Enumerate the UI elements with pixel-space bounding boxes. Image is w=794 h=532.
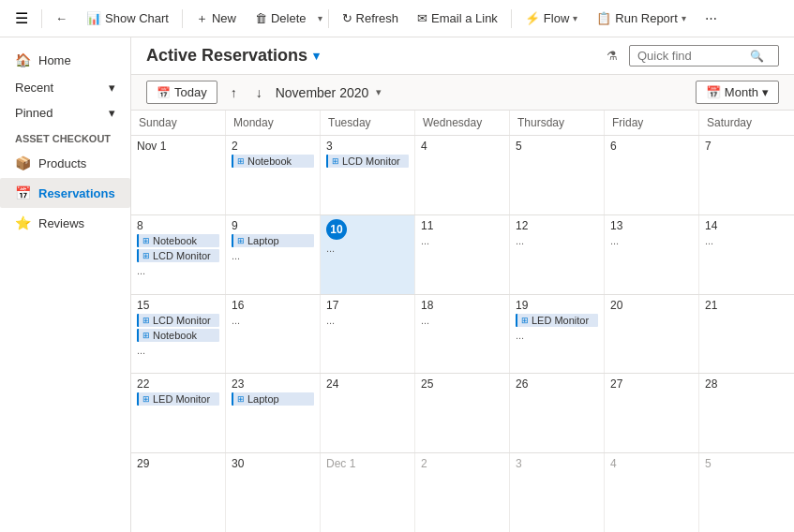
- calendar-event[interactable]: ⊞Laptop: [232, 234, 314, 247]
- flow-button[interactable]: ⚡ Flow ▾: [517, 7, 585, 29]
- filter-icon[interactable]: ⚗: [603, 45, 622, 66]
- day-number: 17: [326, 299, 409, 312]
- delete-button[interactable]: 🗑 Delete: [247, 7, 314, 29]
- calendar-cell[interactable]: 24: [321, 374, 415, 452]
- calendar-cell[interactable]: 4: [415, 136, 510, 214]
- calendar-cell[interactable]: 16...: [226, 295, 321, 374]
- calendar-cell[interactable]: 30: [226, 453, 321, 532]
- calendar-cell[interactable]: 27: [605, 374, 699, 452]
- calendar-cell[interactable]: 22⊞LED Monitor: [131, 374, 226, 452]
- back-button[interactable]: ←: [48, 7, 75, 29]
- day-number: 2: [232, 140, 314, 153]
- more-events[interactable]: ...: [421, 314, 503, 327]
- calendar-cell[interactable]: 9⊞Laptop...: [226, 215, 321, 294]
- calendar-cell[interactable]: 2: [415, 453, 510, 532]
- calendar-cell[interactable]: Dec 1: [321, 453, 415, 532]
- calendar-cell[interactable]: 18...: [415, 295, 510, 374]
- calendar-cell[interactable]: 8⊞Notebook⊞LCD Monitor...: [131, 215, 226, 294]
- refresh-button[interactable]: ↻ Refresh: [335, 7, 407, 29]
- calendar-cell[interactable]: 4: [605, 453, 699, 532]
- calendar-cell[interactable]: 5: [699, 453, 794, 532]
- sidebar-item-reviews[interactable]: ⭐ Reviews: [0, 208, 130, 238]
- calendar-event[interactable]: ⊞LCD Monitor: [326, 155, 409, 168]
- event-label: Laptop: [247, 393, 279, 405]
- calendar-cell[interactable]: Nov 1: [131, 136, 226, 214]
- hamburger-icon[interactable]: ☰: [7, 6, 36, 31]
- calendar-event[interactable]: ⊞Notebook: [137, 234, 219, 247]
- calendar-cell[interactable]: 14...: [699, 215, 794, 294]
- calendar-cell[interactable]: 13...: [605, 215, 699, 294]
- calendar-cell[interactable]: 7: [699, 136, 794, 214]
- more-events[interactable]: ...: [137, 264, 219, 277]
- calendar-cell[interactable]: 26: [510, 374, 605, 452]
- title-chevron-icon[interactable]: ▾: [313, 49, 320, 63]
- calendar-event[interactable]: ⊞Laptop: [232, 392, 314, 406]
- more-events[interactable]: ...: [610, 234, 693, 247]
- view-selector-button[interactable]: 📅 Month ▾: [696, 81, 779, 104]
- new-icon: ＋: [196, 10, 208, 27]
- email-link-button[interactable]: ✉ Email a Link: [410, 7, 505, 29]
- calendar-event[interactable]: ⊞LED Monitor: [516, 314, 598, 327]
- search-box[interactable]: 🔍: [629, 45, 779, 66]
- run-report-button[interactable]: 📋 Run Report ▾: [589, 7, 693, 29]
- day-number: 21: [705, 299, 788, 312]
- view-label: Month: [725, 85, 758, 99]
- next-month-button[interactable]: ↓: [250, 81, 268, 104]
- more-events[interactable]: ...: [232, 249, 314, 262]
- search-input[interactable]: [637, 49, 750, 63]
- month-dropdown-arrow[interactable]: ▾: [376, 86, 382, 98]
- calendar-cell[interactable]: 3: [510, 453, 605, 532]
- calendar-cell[interactable]: 10...: [321, 215, 415, 294]
- calendar-cell[interactable]: 23⊞Laptop: [226, 374, 321, 452]
- delete-icon: 🗑: [255, 11, 267, 25]
- content-area: Active Reservations ▾ ⚗ 🔍 📅 Today ↑ ↓ No…: [131, 37, 794, 532]
- calendar-cell[interactable]: 25: [415, 374, 510, 452]
- calendar-cell[interactable]: 21: [699, 295, 794, 374]
- calendar-cell[interactable]: 29: [131, 453, 226, 532]
- calendar-cell[interactable]: 28: [699, 374, 794, 452]
- day-number: 22: [137, 377, 219, 391]
- calendar-event[interactable]: ⊞Notebook: [232, 155, 314, 168]
- calendar-cell[interactable]: 6: [605, 136, 699, 214]
- calendar-event[interactable]: ⊞LCD Monitor: [137, 249, 219, 262]
- more-events[interactable]: ...: [326, 242, 409, 255]
- more-events[interactable]: ...: [705, 234, 788, 247]
- day-header-tuesday: Tuesday: [321, 111, 415, 135]
- calendar-cell[interactable]: 12...: [510, 215, 605, 294]
- recent-chevron-icon: ▾: [109, 81, 115, 95]
- today-button[interactable]: 📅 Today: [146, 81, 217, 104]
- more-events[interactable]: ...: [516, 234, 598, 247]
- more-options-button[interactable]: ⋯: [697, 7, 725, 29]
- today-label: Today: [174, 85, 207, 99]
- sidebar-item-reservations[interactable]: 📅 Reservations: [0, 178, 130, 208]
- calendar-event[interactable]: ⊞Notebook: [137, 329, 219, 342]
- more-events[interactable]: ...: [232, 314, 314, 327]
- calendar-cell[interactable]: 2⊞Notebook: [226, 136, 321, 214]
- reservations-icon: 📅: [15, 185, 31, 200]
- show-chart-button[interactable]: 📊 Show Chart: [79, 7, 176, 29]
- more-events[interactable]: ...: [516, 329, 598, 342]
- event-icon: ⊞: [237, 394, 245, 404]
- calendar-cell[interactable]: 15⊞LCD Monitor⊞Notebook...: [131, 295, 226, 374]
- calendar-cell[interactable]: 20: [605, 295, 699, 374]
- calendar-cell[interactable]: 19⊞LED Monitor...: [510, 295, 605, 374]
- event-label: Notebook: [247, 155, 292, 167]
- calendar-cell[interactable]: 5: [510, 136, 605, 214]
- sidebar-item-products[interactable]: 📦 Products: [0, 148, 130, 178]
- prev-month-button[interactable]: ↑: [225, 81, 243, 104]
- calendar-event[interactable]: ⊞LED Monitor: [137, 392, 219, 406]
- sidebar-pinned-header[interactable]: Pinned ▾: [0, 100, 130, 126]
- calendar-cell[interactable]: 11...: [415, 215, 510, 294]
- more-events[interactable]: ...: [137, 344, 219, 357]
- more-events[interactable]: ...: [326, 314, 409, 327]
- calendar-cell[interactable]: 17...: [321, 295, 415, 374]
- delete-chevron-icon[interactable]: ▾: [318, 13, 322, 23]
- sidebar-item-home[interactable]: 🏠 Home: [0, 45, 130, 75]
- sidebar-home-label: Home: [38, 53, 71, 67]
- sidebar-recent-header[interactable]: Recent ▾: [0, 75, 130, 100]
- more-events[interactable]: ...: [421, 234, 503, 247]
- calendar-event[interactable]: ⊞LCD Monitor: [137, 314, 219, 327]
- calendar-cell[interactable]: 3⊞LCD Monitor: [321, 136, 415, 214]
- new-button[interactable]: ＋ New: [188, 7, 244, 31]
- day-header-sunday: Sunday: [131, 111, 226, 135]
